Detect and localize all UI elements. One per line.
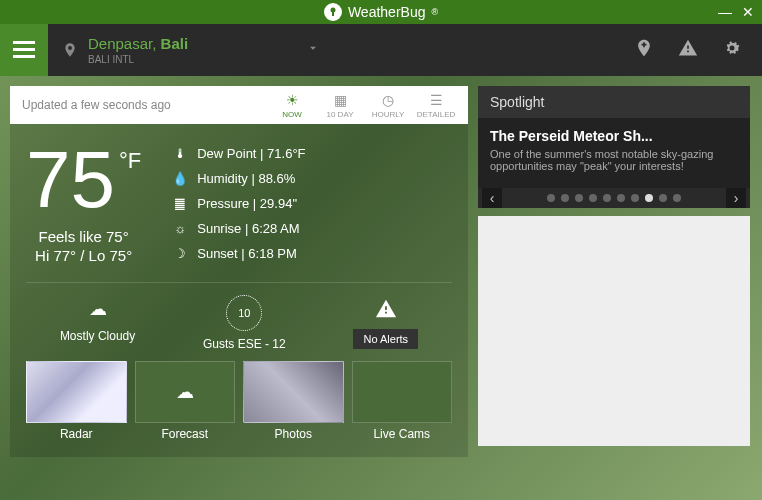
sunset-icon: ☽	[171, 246, 189, 261]
detail-humidity: 💧Humidity | 88.6%	[171, 171, 305, 186]
right-column: Spotlight The Perseid Meteor Sh... One o…	[478, 86, 750, 457]
detail-pressure: ䷀Pressure | 29.94"	[171, 196, 305, 211]
location-region: Bali	[161, 35, 189, 52]
svg-rect-2	[13, 41, 35, 44]
spotlight-body[interactable]: The Perseid Meteor Sh... One of the summ…	[478, 118, 750, 188]
tab-now[interactable]: ☀ NOW	[272, 92, 312, 119]
minimize-button[interactable]: —	[718, 4, 732, 20]
list-icon: ☰	[430, 92, 443, 108]
svg-rect-1	[332, 12, 334, 16]
spotlight-prev[interactable]: ‹	[482, 188, 502, 208]
chevron-down-icon	[306, 41, 320, 59]
svg-rect-3	[13, 48, 35, 51]
detail-dewpoint: 🌡Dew Point | 71.6°F	[171, 146, 305, 161]
tab-10day[interactable]: ▦ 10 DAY	[320, 92, 360, 119]
brand-reg: ®	[431, 7, 438, 17]
forecast-thumbnail: ☁	[135, 361, 236, 423]
temperature-block: 75 °F Feels like 75° Hi 77° / Lo 75°	[26, 140, 141, 264]
add-location-icon[interactable]	[634, 38, 654, 62]
cloudy-icon: ☁	[84, 295, 112, 323]
spotlight-title: The Perseid Meteor Sh...	[490, 128, 738, 144]
tab-detailed[interactable]: ☰ DETAILED	[416, 92, 456, 119]
location-text: Denpasar, Bali BALI INTL	[88, 35, 188, 65]
condition-item: ☁ Mostly Cloudy	[60, 295, 135, 351]
droplet-icon: 💧	[171, 171, 189, 186]
spotlight-header: Spotlight	[478, 86, 750, 118]
carousel-dot[interactable]	[645, 194, 653, 202]
mid-row: ☁ Mostly Cloudy 10 Gusts ESE - 12 No Ale…	[26, 282, 452, 351]
location-selector[interactable]: Denpasar, Bali BALI INTL	[48, 35, 634, 65]
carousel-dot[interactable]	[575, 194, 583, 202]
thumb-row: Radar ☁ Forecast Photos Live Cams	[26, 361, 452, 441]
photos-thumbnail	[243, 361, 344, 423]
alert-icon	[372, 295, 400, 323]
detail-sunrise: ☼Sunrise | 6:28 AM	[171, 221, 305, 236]
location-pin-icon	[62, 39, 78, 61]
carousel-dot[interactable]	[547, 194, 555, 202]
temperature-unit: °F	[119, 150, 141, 220]
alert-triangle-icon[interactable]	[678, 38, 698, 62]
pressure-icon: ䷀	[171, 196, 189, 211]
svg-point-0	[330, 8, 335, 13]
temperature-value: 75	[26, 140, 115, 220]
brand-icon	[324, 3, 342, 21]
content: Updated a few seconds ago ☀ NOW ▦ 10 DAY…	[0, 76, 762, 467]
sun-icon: ☀	[286, 92, 299, 108]
svg-rect-4	[13, 55, 35, 58]
ad-placeholder	[478, 216, 750, 446]
weather-details: 🌡Dew Point | 71.6°F 💧Humidity | 88.6% ䷀P…	[171, 146, 305, 264]
calendar-icon: ▦	[334, 92, 347, 108]
brand: WeatherBug®	[324, 3, 438, 21]
detail-sunset: ☽Sunset | 6:18 PM	[171, 246, 305, 261]
thumb-photos[interactable]: Photos	[243, 361, 344, 441]
title-bar: WeatherBug® — ✕	[0, 0, 762, 24]
left-column: Updated a few seconds ago ☀ NOW ▦ 10 DAY…	[10, 86, 468, 457]
updated-text: Updated a few seconds ago	[22, 98, 171, 112]
spotlight-desc: One of the summer's most notable sky-gaz…	[490, 148, 738, 172]
wind-item: 10 Gusts ESE - 12	[203, 295, 286, 351]
spotlight-nav: ‹ ›	[478, 188, 750, 208]
carousel-dot[interactable]	[673, 194, 681, 202]
thumb-radar[interactable]: Radar	[26, 361, 127, 441]
tab-hourly[interactable]: ◷ HOURLY	[368, 92, 408, 119]
sunrise-icon: ☼	[171, 221, 189, 236]
spotlight-panel: Spotlight The Perseid Meteor Sh... One o…	[478, 86, 750, 208]
carousel-dot[interactable]	[631, 194, 639, 202]
hi-lo: Hi 77° / Lo 75°	[26, 247, 141, 264]
feels-like: Feels like 75°	[26, 228, 141, 245]
thumb-forecast[interactable]: ☁ Forecast	[135, 361, 236, 441]
alerts-item[interactable]: No Alerts	[353, 295, 418, 351]
brand-name: WeatherBug	[348, 4, 426, 20]
thermometer-icon: 🌡	[171, 146, 189, 161]
carousel-dot[interactable]	[603, 194, 611, 202]
thumb-livecams[interactable]: Live Cams	[352, 361, 453, 441]
radar-thumbnail	[26, 361, 127, 423]
view-tabs: ☀ NOW ▦ 10 DAY ◷ HOURLY ☰ DETAILED	[272, 92, 456, 119]
location-station: BALI INTL	[88, 54, 188, 65]
settings-gear-icon[interactable]	[722, 38, 742, 62]
close-button[interactable]: ✕	[742, 4, 754, 20]
carousel-dot[interactable]	[659, 194, 667, 202]
window-controls: — ✕	[718, 4, 754, 20]
livecams-thumbnail	[352, 361, 453, 423]
wind-compass-icon: 10	[226, 295, 262, 331]
spotlight-next[interactable]: ›	[726, 188, 746, 208]
update-bar: Updated a few seconds ago ☀ NOW ▦ 10 DAY…	[10, 86, 468, 124]
carousel-dot[interactable]	[561, 194, 569, 202]
menu-button[interactable]	[0, 24, 48, 76]
carousel-dot[interactable]	[589, 194, 597, 202]
location-city: Denpasar,	[88, 35, 156, 52]
weather-card: 75 °F Feels like 75° Hi 77° / Lo 75° 🌡De…	[10, 124, 468, 457]
carousel-dot[interactable]	[617, 194, 625, 202]
navbar: Denpasar, Bali BALI INTL	[0, 24, 762, 76]
clock-icon: ◷	[382, 92, 394, 108]
nav-icons	[634, 38, 762, 62]
